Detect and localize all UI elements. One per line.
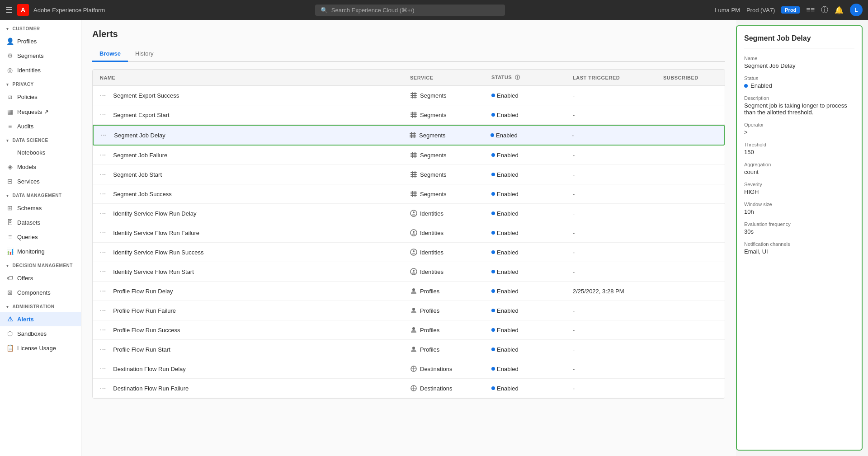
- row-status: Enabled: [491, 366, 573, 372]
- last-triggered: -: [573, 346, 663, 353]
- row-ellipsis[interactable]: ···: [100, 345, 106, 353]
- sidebar-item-models[interactable]: ◈Models: [0, 160, 81, 174]
- detail-status: Enabled: [744, 82, 854, 89]
- sidebar-item-sandboxes[interactable]: ⬡Sandboxes: [0, 326, 81, 341]
- avatar[interactable]: L: [850, 4, 863, 16]
- table-row[interactable]: ··· Identity Service Flow Run Delay Iden…: [93, 204, 725, 223]
- row-service: Identities: [410, 210, 491, 217]
- row-ellipsis[interactable]: ···: [100, 229, 106, 237]
- detail-field-severity: Severity HIGH: [744, 182, 854, 195]
- env-badge[interactable]: Prod: [781, 6, 800, 14]
- sidebar-item-components[interactable]: ⊠Components: [0, 285, 81, 300]
- sidebar-item-requests[interactable]: ▦Requests ↗: [0, 104, 81, 119]
- sidebar-item-monitoring[interactable]: 📊Monitoring: [0, 244, 81, 259]
- sidebar-item-audits[interactable]: ≡Audits: [0, 119, 81, 133]
- row-ellipsis[interactable]: ···: [100, 111, 106, 119]
- sidebar-item-label: Monitoring: [17, 248, 45, 255]
- svg-rect-17: [410, 156, 417, 157]
- row-ellipsis[interactable]: ···: [100, 151, 106, 159]
- sidebar-item-label: Segments: [17, 52, 44, 59]
- sidebar-section-header[interactable]: ▾ADMINISTRATION: [0, 301, 81, 312]
- dash: -: [573, 249, 575, 256]
- table-row[interactable]: ··· Identity Service Flow Run Start Iden…: [93, 262, 725, 282]
- app-name: Adobe Experience Platform: [33, 7, 105, 14]
- sidebar-item-label: Offers: [17, 275, 33, 282]
- sidebar-item-segments[interactable]: ⚙Segments: [0, 48, 81, 63]
- table-row[interactable]: ··· Destination Flow Run Failure Destina…: [93, 379, 725, 398]
- row-ellipsis[interactable]: ···: [101, 131, 107, 139]
- sidebar-item-services[interactable]: ⊟Services: [0, 174, 81, 188]
- table-row[interactable]: ··· Profile Flow Run Start Profiles Enab…: [93, 340, 725, 359]
- sidebar-section-header[interactable]: ▾DATA SCIENCE: [0, 135, 81, 146]
- row-ellipsis[interactable]: ···: [100, 170, 106, 179]
- sidebar-item-label: Audits: [17, 123, 33, 130]
- row-ellipsis[interactable]: ···: [100, 209, 106, 217]
- status-dot: [491, 289, 495, 293]
- row-ellipsis[interactable]: ···: [100, 248, 106, 256]
- detail-field-label: Description: [744, 95, 854, 101]
- detail-panel: Segment Job Delay Name Segment Job Delay…: [736, 25, 863, 451]
- sidebar-item-notebooks[interactable]: Notebooks: [0, 146, 81, 160]
- alerts-table: NAME SERVICE STATUS ⓘ LAST TRIGGERED SUB…: [92, 69, 725, 399]
- notifications-icon[interactable]: 🔔: [835, 6, 844, 14]
- row-ellipsis[interactable]: ···: [100, 384, 106, 392]
- table-row[interactable]: ··· Segment Job Failure Segments Enabled…: [93, 146, 725, 165]
- detail-field-value: >: [744, 129, 854, 136]
- sidebar-section-header[interactable]: ▾DATA MANAGEMENT: [0, 190, 81, 201]
- svg-rect-21: [410, 174, 417, 175]
- sidebar-section-header[interactable]: ▾DECISION MANAGEMENT: [0, 260, 81, 271]
- table-row[interactable]: ··· Segment Export Success Segments Enab…: [93, 86, 725, 105]
- table-row[interactable]: ··· Segment Export Start Segments Enable…: [93, 105, 725, 125]
- alert-name: Segment Export Start: [113, 112, 169, 118]
- svg-rect-19: [415, 152, 415, 158]
- tab-browse[interactable]: Browse: [92, 47, 128, 62]
- svg-rect-24: [415, 171, 415, 178]
- row-ellipsis[interactable]: ···: [100, 365, 106, 373]
- table-row[interactable]: ··· Identity Service Flow Run Failure Id…: [93, 223, 725, 243]
- chevron-down-icon: ▾: [6, 305, 9, 309]
- sidebar-item-schemas[interactable]: ⊞Schemas: [0, 201, 81, 215]
- row-ellipsis[interactable]: ···: [100, 190, 106, 198]
- table-row[interactable]: ··· Profile Flow Run Success Profiles En…: [93, 320, 725, 340]
- table-row[interactable]: ··· Profile Flow Run Failure Profiles En…: [93, 301, 725, 320]
- table-row[interactable]: ··· Identity Service Flow Run Success Id…: [93, 243, 725, 262]
- sidebar-item-policies[interactable]: ⧄Policies: [0, 89, 81, 104]
- destinations-icon: [410, 385, 417, 392]
- row-status: Enabled: [491, 112, 573, 118]
- svg-rect-3: [412, 92, 413, 99]
- table-row[interactable]: ··· Segment Job Start Segments Enabled -: [93, 165, 725, 184]
- help-icon[interactable]: ⓘ: [821, 5, 828, 15]
- table-row[interactable]: ··· Segment Job Success Segments Enabled…: [93, 184, 725, 204]
- table-row[interactable]: ··· Segment Job Delay Segments Enabled -: [93, 125, 725, 146]
- sidebar-item-identities[interactable]: ◎Identities: [0, 63, 81, 77]
- search-bar[interactable]: 🔍 Search Experience Cloud (⌘+/): [315, 5, 505, 16]
- sidebar-item-license-usage[interactable]: 📋License Usage: [0, 341, 81, 355]
- row-ellipsis[interactable]: ···: [100, 326, 106, 334]
- row-ellipsis[interactable]: ···: [100, 306, 106, 315]
- table-row[interactable]: ··· Destination Flow Run Delay Destinati…: [93, 359, 725, 379]
- row-name: ··· Segment Job Start: [100, 170, 410, 179]
- table-row[interactable]: ··· Profile Flow Run Delay Profiles Enab…: [93, 282, 725, 301]
- row-ellipsis[interactable]: ···: [100, 91, 106, 99]
- sidebar-item-alerts[interactable]: ⚠Alerts: [0, 312, 81, 326]
- tab-history[interactable]: History: [128, 47, 160, 62]
- services-icon: ⊟: [6, 178, 14, 185]
- row-ellipsis[interactable]: ···: [100, 268, 106, 276]
- chevron-down-icon: ▾: [6, 138, 9, 143]
- policies-icon: ⧄: [6, 93, 14, 101]
- alert-name: Profile Flow Run Success: [113, 327, 180, 334]
- sidebar-item-queries[interactable]: ≡Queries: [0, 230, 81, 244]
- hamburger-menu[interactable]: ☰: [5, 5, 13, 15]
- sidebar-item-offers[interactable]: 🏷Offers: [0, 271, 81, 285]
- last-triggered: 2/25/2022, 3:28 PM: [573, 288, 663, 295]
- sidebar-item-datasets[interactable]: 🗄Datasets: [0, 215, 81, 230]
- sidebar-section-header[interactable]: ▾CUSTOMER: [0, 24, 81, 34]
- row-ellipsis[interactable]: ···: [100, 287, 106, 295]
- detail-field-label: Aggregation: [744, 162, 854, 167]
- sidebar-item-profiles[interactable]: 👤Profiles: [0, 34, 81, 48]
- status-info-icon[interactable]: ⓘ: [515, 75, 520, 80]
- sidebar-section-header[interactable]: ▾PRIVACY: [0, 79, 81, 89]
- detail-field-value: 10h: [744, 208, 854, 215]
- svg-rect-29: [415, 191, 415, 197]
- apps-icon[interactable]: ≡≡: [806, 6, 815, 14]
